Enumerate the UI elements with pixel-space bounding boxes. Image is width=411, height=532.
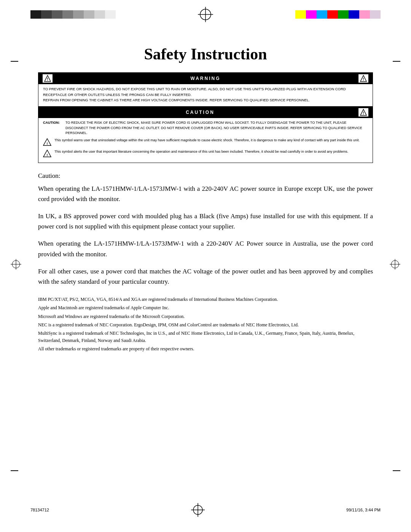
swatch-5 [73,10,84,19]
mid-crosshair-left [11,259,21,271]
caution-label-text: CAUTION: [43,120,64,126]
warning-body: TO PREVENT FIRE OR SHOCK HAZARDS, DO NOT… [38,84,373,106]
swatch-8 [105,10,116,19]
crosshair-bottom-icon [191,503,205,517]
page-footer: 78134712 99/11/16, 3:44 PM [30,503,381,517]
swatch-r2 [306,10,317,19]
caution-symbol2-text: This symbol alerts the user that importa… [54,149,348,155]
svg-text:!: ! [363,111,364,115]
svg-text:!: ! [47,77,48,81]
swatch-r1 [295,10,306,19]
warning-box: ! WARNING ! TO PREVENT FIRE OR SHOCK HAZ… [38,73,373,107]
mid-crosshair-right [390,259,400,271]
footer-left: 78134712 [30,508,49,512]
caution-main-text: TO REDUCE THE RISK OF ELECTRIC SHOCK, MA… [65,120,368,136]
swatch-r6 [349,10,359,19]
warning-icon-right: ! [358,74,369,83]
color-bar-left [30,10,116,19]
caution-main-label: Caution: [38,172,373,180]
side-mark-left [11,61,18,62]
trademark-6: All other trademarks or registered trade… [38,345,373,353]
caution-symbol-row-1: ! This symbol warns user that uninsolate… [43,138,368,148]
swatch-r3 [317,10,327,19]
side-mark-right-bottom [393,470,400,471]
caution-body: CAUTION: TO REDUCE THE RISK OF ELECTRIC … [38,118,373,163]
swatch-r7 [359,10,370,19]
swatch-r5 [338,10,349,19]
swatch-4 [62,10,73,19]
page: Safety Instruction ! WARNING ! [0,0,411,532]
paragraph-3: When operating the LA-1571HMW-1/LA-1573J… [38,238,373,259]
caution-icon-right: ! [358,108,369,117]
swatch-r8 [370,10,381,19]
paragraph-1: When operating the LA-1571HMW-1/LA-1573J… [38,184,373,204]
notice-boxes: ! WARNING ! TO PREVENT FIRE OR SHOCK HAZ… [38,72,373,163]
footer-center [191,503,205,517]
color-bar-right [295,10,381,19]
side-mark-right [393,61,400,62]
side-mark-left-bottom [11,470,18,471]
content-area: Caution: When operating the LA-1571HMW-1… [38,172,373,287]
swatch-2 [41,10,52,19]
swatch-1 [30,10,41,19]
swatch-6 [84,10,94,19]
caution-symbol1-text: This symbol warns user that uninsolated … [54,138,360,143]
caution-header: CAUTION ! [38,107,373,118]
svg-text:!: ! [47,142,48,145]
trademark-1: IBM PC/XT/AT, PS/2, MCGA, VGA, 8514/A an… [38,296,373,303]
color-bar-container [30,0,381,22]
warning-text: TO PREVENT FIRE OR SHOCK HAZARDS, DO NOT… [43,86,368,103]
caution-box: CAUTION ! CAUTION: TO REDUCE THE RISK OF… [38,107,373,163]
caution-symbol-row-2: ! This symbol alerts the user that impor… [43,149,368,159]
svg-text:!: ! [47,153,48,157]
swatch-7 [94,10,105,19]
trademark-5: MultiSync is a registered trademark of N… [38,330,373,344]
footer-right: 99/11/16, 3:44 PM [346,508,381,512]
swatch-r4 [327,10,338,19]
trademark-2: Apple and Macintosh are registered trade… [38,304,373,312]
swatch-3 [52,10,62,19]
trademark-4: NEC is a registered trademark of NEC Cor… [38,321,373,329]
crosshair-top [198,7,213,22]
caution-label: CAUTION [42,110,358,115]
caution-main-row: CAUTION: TO REDUCE THE RISK OF ELECTRIC … [43,120,368,136]
warning-icon-left: ! [42,74,53,83]
paragraph-4: For all other cases, use a power cord th… [38,266,373,287]
warning-label: WARNING [53,76,358,81]
trademark-3: Microsoft and Windows are registered tra… [38,313,373,320]
trademarks-area: IBM PC/XT/AT, PS/2, MCGA, VGA, 8514/A an… [38,296,373,353]
paragraph-2: In UK, a BS approved power cord with mou… [38,211,373,232]
page-title: Safety Instruction [30,45,381,63]
svg-text:!: ! [363,77,364,81]
